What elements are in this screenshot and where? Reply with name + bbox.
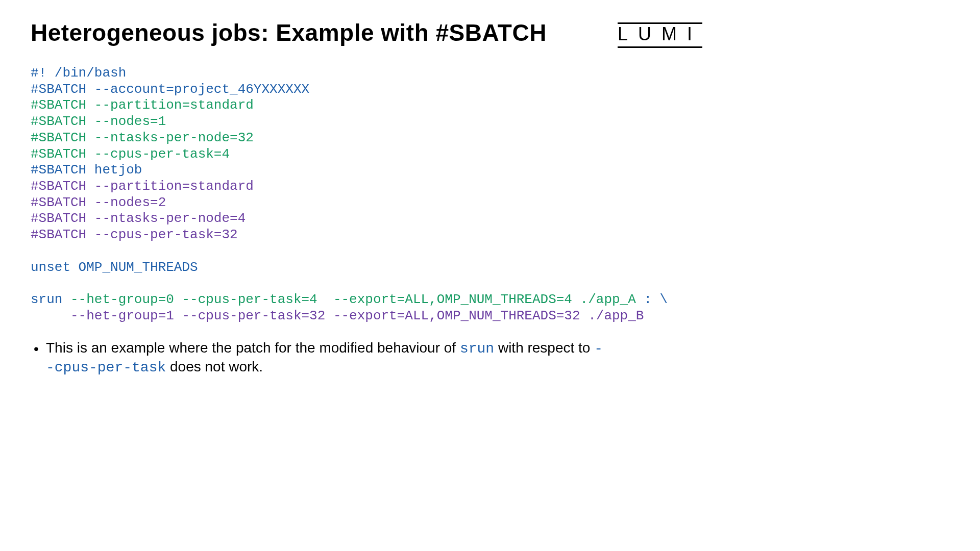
code-het-group-0: --het-group=0 --cpus-per-task=4 --export… <box>70 292 636 307</box>
code-line: #SBATCH --cpus-per-task=4 <box>31 146 230 162</box>
note-srun: srun <box>460 341 494 357</box>
code-line: #SBATCH --ntasks-per-node=32 <box>31 130 254 145</box>
code-line: #SBATCH hetjob <box>31 162 142 178</box>
code-line: #! /bin/bash <box>31 65 126 81</box>
code-block: #! /bin/bash #SBATCH --account=project_4… <box>31 65 704 324</box>
note-text: with respect to <box>494 340 594 356</box>
code-line: #SBATCH --partition=standard <box>31 179 254 194</box>
code-indent <box>31 308 70 323</box>
slide: Heterogeneous jobs: Example with #SBATCH… <box>0 0 735 413</box>
page-title: Heterogeneous jobs: Example with #SBATCH <box>31 19 547 46</box>
code-line: unset OMP_NUM_THREADS <box>31 260 198 275</box>
header-row: Heterogeneous jobs: Example with #SBATCH… <box>31 19 704 48</box>
code-continuation: : \ <box>636 292 668 307</box>
lumi-logo: LUMI <box>618 22 702 48</box>
code-het-group-1: --het-group=1 --cpus-per-task=32 --expor… <box>70 308 644 323</box>
note-text: does not work. <box>166 359 263 374</box>
code-line: #SBATCH --ntasks-per-node=4 <box>31 211 246 226</box>
note-flag-part1: - <box>594 341 603 357</box>
code-line: #SBATCH --cpus-per-task=32 <box>31 227 238 242</box>
note-text: This is an example where the patch for t… <box>46 340 460 356</box>
code-line: #SBATCH --account=project_46YXXXXXX <box>31 82 309 97</box>
code-line: #SBATCH --nodes=1 <box>31 114 166 129</box>
code-line: #SBATCH --nodes=2 <box>31 195 166 210</box>
note-flag-part2: -cpus-per-task <box>46 360 166 375</box>
code-srun-keyword: srun <box>31 292 70 307</box>
bullet-dot: • <box>34 340 39 358</box>
code-line: #SBATCH --partition=standard <box>31 97 254 113</box>
bullet-note: • This is an example where the patch for… <box>31 339 704 377</box>
